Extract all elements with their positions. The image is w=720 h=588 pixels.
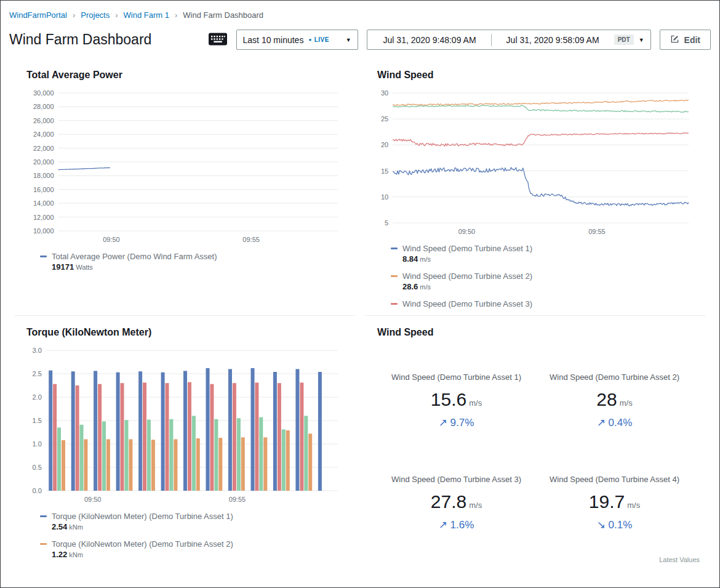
svg-text:09:50: 09:50 [458,228,476,235]
legend-series-marker-icon [391,303,398,305]
breadcrumb-wind-farm-1[interactable]: Wind Farm 1 [124,10,169,20]
kpi-grid: Wind Speed (Demo Turbine Asset 1)15.6m/s… [377,373,694,531]
breadcrumb-current-page: Wind Farm Dashboard [183,10,263,20]
kpi-cell: Wind Speed (Demo Turbine Asset 2)28m/s↗ … [535,373,694,429]
chevron-down-icon: ▼ [639,37,644,43]
svg-text:0.5: 0.5 [33,464,42,471]
kpi-label: Wind Speed (Demo Turbine Asset 3) [377,475,535,484]
kpi-cell: Wind Speed (Demo Turbine Asset 3)27.8m/s… [377,475,535,531]
legend-series-label: Torque (KiloNewton Meter) (Demo Turbine … [52,512,233,521]
kpi-cell: Wind Speed (Demo Turbine Asset 1)15.6m/s… [377,373,535,429]
legend-series-unit: kNm [69,551,83,558]
panel-title: Total Average Power [26,70,343,81]
svg-text:10,000: 10,000 [33,227,54,235]
legend-series-value: 19171Watts [52,262,343,272]
breadcrumb-windfarmportal[interactable]: WindFarmPortal [9,10,67,20]
legend-series-label: Total Average Power (Demo Wind Farm Asse… [52,252,217,261]
kpi-unit: m/s [620,398,633,408]
time-range-select[interactable]: Last 10 minutes ● LIVE ▼ [236,30,358,50]
edit-button[interactable]: Edit [660,30,711,50]
end-date: Jul 31, 2020 9:58:09 AM [497,35,609,45]
kpi-value: 28m/s [535,389,694,410]
breadcrumb-separator-icon: › [175,10,177,20]
kpi-value: 15.6m/s [377,389,535,410]
trend-up-indicator: ↗ 9.7% [377,416,535,429]
svg-text:14,000: 14,000 [33,199,54,207]
legend: Wind Speed (Demo Turbine Asset 1)8.84m/s… [391,244,694,308]
kpi-cell: Wind Speed (Demo Turbine Asset 4)19.7m/s… [535,475,694,531]
panel-wind-speed-lines: Wind Speed 5101520253009:5009:55 Wind Sp… [365,58,706,316]
trend-down-indicator: ↘ 0.1% [535,518,694,531]
svg-text:30: 30 [381,89,388,97]
kpi-value: 27.8m/s [377,491,535,512]
svg-text:2.0: 2.0 [33,393,42,401]
keyboard-icon [208,31,228,49]
live-dot-icon: ● [308,38,311,42]
legend-series-marker-icon [40,543,47,545]
svg-text:2.5: 2.5 [33,370,42,377]
legend-series-value: 2.54kNm [52,522,343,531]
header-controls: Last 10 minutes ● LIVE ▼ Jul 31, 2020 9:… [208,30,711,50]
svg-text:24,000: 24,000 [33,131,54,138]
kpi-value: 19.7m/s [535,491,694,512]
kpi-unit: m/s [469,501,482,510]
keyboard-shortcuts-button[interactable] [208,31,228,49]
page-header: Wind Farm Dashboard Last 10 minutes [1,23,719,52]
start-date: Jul 31, 2020 9:48:09 AM [374,35,486,45]
svg-text:09:55: 09:55 [242,236,260,243]
legend-series-value: 28.6m/s [402,282,694,291]
panel-title: Wind Speed [377,70,694,81]
legend-series-label: Wind Speed (Demo Turbine Asset 3) [402,299,532,308]
svg-text:30,000: 30,000 [33,89,54,97]
legend-item: Torque (KiloNewton Meter) (Demo Turbine … [40,512,343,531]
panel-title: Torque (KiloNewton Meter) [26,327,343,338]
svg-text:22,000: 22,000 [33,145,54,152]
legend: Total Average Power (Demo Wind Farm Asse… [40,252,343,272]
legend-series-marker-icon [391,248,398,249]
date-divider [491,34,492,46]
svg-text:20: 20 [381,141,388,148]
dashboard-grid: Total Average Power 10,00012,00014,00016… [1,52,719,567]
legend-item: Wind Speed (Demo Turbine Asset 3) [391,299,694,308]
page-title: Wind Farm Dashboard [9,31,151,48]
legend-series-value: 8.84m/s [402,254,694,264]
svg-text:0.0: 0.0 [33,487,42,494]
wind-speed-line-chart[interactable]: 5101520253009:5009:55 [377,88,694,239]
legend: Torque (KiloNewton Meter) (Demo Turbine … [40,512,343,567]
torque-bar-chart[interactable]: 0.00.51.01.52.02.53.009:5009:55 [26,345,343,507]
svg-text:10: 10 [381,193,388,201]
legend-series-marker-icon [40,515,47,517]
legend-series-unit: Watts [76,264,93,271]
trend-up-indicator: ↗ 1.6% [377,518,535,531]
svg-text:5: 5 [385,219,388,227]
svg-text:1.5: 1.5 [33,417,42,424]
legend-series-label: Torque (KiloNewton Meter) (Demo Turbine … [52,539,233,549]
panel-torque: Torque (KiloNewton Meter) 0.00.51.01.52.… [14,316,355,567]
breadcrumb-separator-icon: › [115,10,118,20]
svg-text:16,000: 16,000 [33,186,54,193]
svg-text:1.0: 1.0 [33,440,42,448]
date-range-picker[interactable]: Jul 31, 2020 9:48:09 AM Jul 31, 2020 9:5… [367,30,651,50]
legend-series-label: Wind Speed (Demo Turbine Asset 2) [402,272,532,281]
legend-series-label: Wind Speed (Demo Turbine Asset 1) [402,244,532,253]
svg-text:12,000: 12,000 [33,214,54,221]
legend-series-marker-icon [40,256,47,257]
legend-item: Wind Speed (Demo Turbine Asset 2)28.6m/s [391,272,694,291]
legend-item: Total Average Power (Demo Wind Farm Asse… [40,252,343,272]
legend-series-marker-icon [391,275,398,277]
kpi-unit: m/s [627,501,640,510]
svg-text:25: 25 [381,115,388,123]
svg-text:26,000: 26,000 [33,117,54,124]
legend-item: Wind Speed (Demo Turbine Asset 1)8.84m/s [391,244,694,264]
time-range-label: Last 10 minutes [243,35,304,45]
edit-pencil-icon [670,34,679,46]
kpi-label: Wind Speed (Demo Turbine Asset 4) [535,475,694,484]
kpi-label: Wind Speed (Demo Turbine Asset 2) [535,373,694,382]
panel-title: Wind Speed [377,327,694,338]
legend-series-value: 1.22kNm [52,550,343,559]
breadcrumb: WindFarmPortal › Projects › Wind Farm 1 … [1,1,719,23]
svg-text:3.0: 3.0 [33,347,42,354]
total-average-power-chart[interactable]: 10,00012,00014,00016,00018,00020,00022,0… [26,88,343,247]
breadcrumb-projects[interactable]: Projects [81,10,110,20]
panel-total-average-power: Total Average Power 10,00012,00014,00016… [14,58,355,316]
